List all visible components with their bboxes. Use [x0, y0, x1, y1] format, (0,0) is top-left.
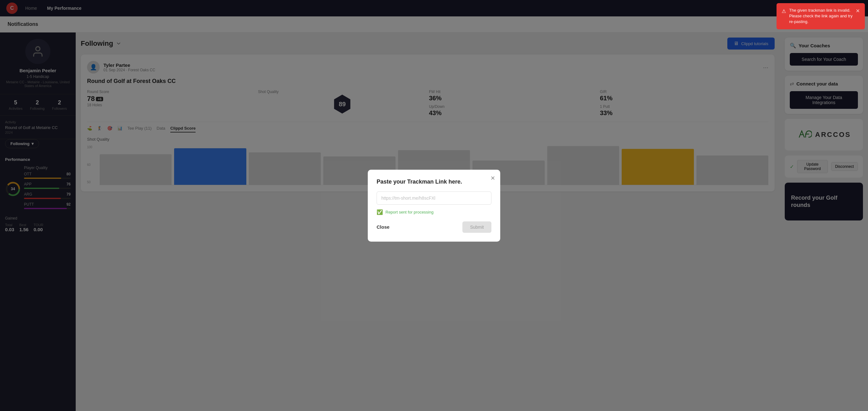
modal-overlay: Paste your Trackman Link here. ✕ ✅ Repor… [0, 0, 868, 411]
modal-title: Paste your Trackman Link here. [377, 179, 491, 185]
modal-close-button[interactable]: Close [377, 224, 390, 230]
modal-submit-button[interactable]: Submit [462, 221, 491, 233]
modal-close-x-button[interactable]: ✕ [491, 175, 495, 182]
error-message: The given trackman link is invalid. Plea… [789, 7, 852, 25]
error-close-button[interactable]: ✕ [856, 7, 860, 14]
error-banner: ⚠ The given trackman link is invalid. Pl… [777, 3, 865, 29]
modal-actions: Close Submit [377, 221, 491, 233]
trackman-modal: Paste your Trackman Link here. ✕ ✅ Repor… [368, 170, 500, 242]
warning-icon: ⚠ [782, 8, 786, 15]
success-text: Report sent for processing [385, 210, 433, 215]
trackman-link-input[interactable] [377, 191, 491, 205]
success-check-icon: ✅ [377, 209, 383, 215]
modal-success-message: ✅ Report sent for processing [377, 209, 491, 215]
